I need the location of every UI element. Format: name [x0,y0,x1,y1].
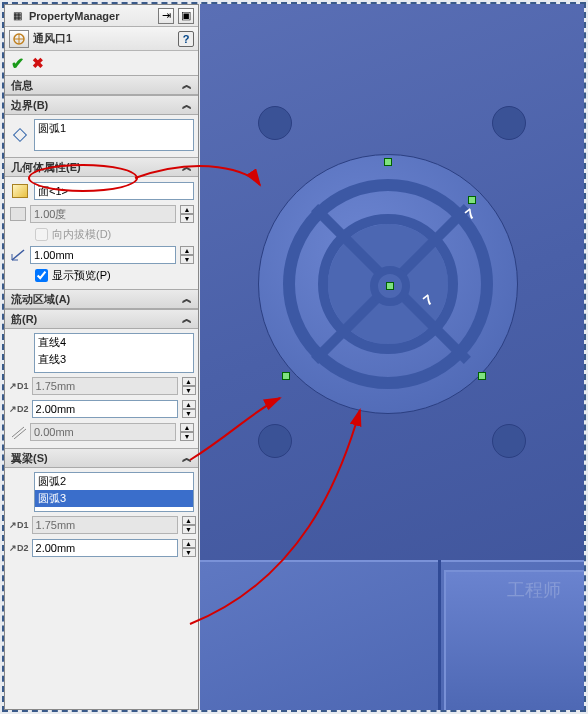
section-geom-body: ▲▼ 向内拔模(D) ▲▼ 显示预览(P) [5,177,198,289]
boundary-item[interactable]: 圆弧1 [35,120,193,137]
section-boundary-title: 边界(B) [11,98,48,113]
ok-button[interactable]: ✔ [11,54,24,73]
rib-item[interactable]: 直线3 [35,351,193,368]
preview-label: 显示预览(P) [52,268,111,283]
chevron-icon: ︽ [182,451,192,465]
viewport-3d[interactable]: 7 7 工程师 [200,4,584,710]
draft-angle-input [30,205,176,223]
draft-angle-icon [9,204,27,224]
chevron-icon: ︽ [182,292,192,306]
rib-item[interactable]: 直线4 [35,334,193,351]
bolt-hole [492,106,526,140]
selection-handle[interactable] [468,196,476,204]
preview-row[interactable]: 显示预览(P) [9,268,194,283]
spar-item-selected[interactable]: 圆弧3 [35,490,193,507]
edge-icon [9,333,31,353]
ribs-offset-input [30,423,176,441]
section-geom-title: 几何体属性(E) [11,160,81,175]
cancel-button[interactable]: ✖ [32,55,44,71]
spars-d2-input[interactable] [32,539,178,557]
vent-feature-icon [9,30,29,48]
depth-input[interactable] [30,246,176,264]
property-manager-panel: ▦ PropertyManager ⇥ ▣ 通风口1 ? ✔ ✖ 信息 ︽ 边界… [4,4,199,710]
section-boundary-header[interactable]: 边界(B) ︽ [5,95,198,115]
section-boundary-body: 圆弧1 [5,115,198,157]
bolt-hole [258,424,292,458]
section-spars-body: 圆弧2 圆弧3 ↗D1 ▲▼ ↗D2 ▲▼ [5,468,198,564]
draft-inward-checkbox [35,228,48,241]
pm-header: ▦ PropertyManager ⇥ ▣ [5,5,198,27]
section-spars-title: 翼梁(S) [11,451,48,466]
draft-down: ▼ [180,214,194,223]
help-button[interactable]: ? [178,31,194,47]
d1-icon: ↗D1 [9,515,29,535]
depth-down[interactable]: ▼ [180,255,194,264]
d1-icon: ↗D1 [9,376,29,396]
section-info-header[interactable]: 信息 ︽ [5,75,198,95]
selection-handle[interactable] [386,282,394,290]
section-ribs-body: 直线4 直线3 ↗D1 ▲▼ ↗D2 ▲▼ ▲▼ [5,329,198,448]
section-geom-header[interactable]: 几何体属性(E) ︽ [5,157,198,177]
ribs-d2-input[interactable] [32,400,178,418]
depth-up[interactable]: ▲ [180,246,194,255]
spars-selection-box[interactable]: 圆弧2 圆弧3 [34,472,194,512]
bolt-hole [258,106,292,140]
selection-handle[interactable] [384,158,392,166]
bolt-hole [492,424,526,458]
watermark: 工程师 [494,550,574,630]
menu-icon: ▦ [9,8,25,24]
model-edge [438,560,441,710]
section-flow-title: 流动区域(A) [11,292,70,307]
offset-icon [9,422,27,442]
feature-name: 通风口1 [33,31,174,46]
spar-item[interactable]: 圆弧2 [35,473,193,490]
confirm-row: ✔ ✖ [5,51,198,75]
feature-name-row: 通风口1 ? [5,27,198,51]
section-ribs-header[interactable]: 筋(R) ︽ [5,309,198,329]
selection-handle[interactable] [478,372,486,380]
edge-icon [9,125,31,145]
boundary-selection-row: 圆弧1 [9,119,194,151]
depth-icon [9,245,27,265]
section-flow-header[interactable]: 流动区域(A) ︽ [5,289,198,309]
spars-d1-input [32,516,178,534]
section-spars-header[interactable]: 翼梁(S) ︽ [5,448,198,468]
ribs-selection-box[interactable]: 直线4 直线3 [34,333,194,373]
pin-button[interactable]: ⇥ [158,8,174,24]
svg-line-3 [12,250,24,260]
chevron-icon: ︽ [182,160,192,174]
face-icon [9,181,31,201]
section-info-title: 信息 [11,78,33,93]
d2-icon: ↗D2 [9,399,29,419]
pm-title: PropertyManager [29,10,154,22]
draft-inward-label: 向内拔模(D) [52,227,111,242]
section-ribs-title: 筋(R) [11,312,37,327]
chevron-icon: ︽ [182,78,192,92]
selection-handle[interactable] [282,372,290,380]
face-input[interactable] [34,182,194,200]
depth-spin[interactable]: ▲▼ [180,246,194,264]
draft-spin: ▲▼ [180,205,194,223]
ribs-d1-input [32,377,178,395]
edge-icon [9,472,31,492]
draft-inward-row: 向内拔模(D) [9,227,194,242]
draft-up: ▲ [180,205,194,214]
boundary-selection-box[interactable]: 圆弧1 [34,119,194,151]
chevron-icon: ︽ [182,312,192,326]
preview-checkbox[interactable] [35,269,48,282]
collapse-button[interactable]: ▣ [178,8,194,24]
chevron-icon: ︽ [182,98,192,112]
d2-icon: ↗D2 [9,538,29,558]
